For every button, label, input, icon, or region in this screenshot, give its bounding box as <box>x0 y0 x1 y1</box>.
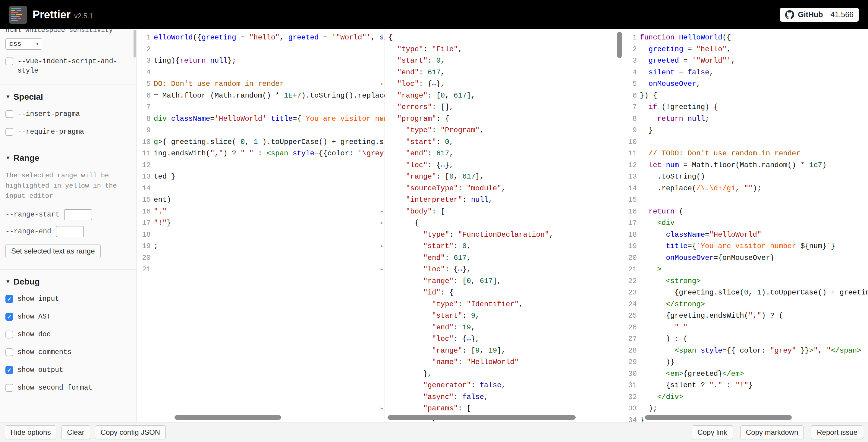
code-line: = Math.floor (Math.random() * 1E+7).toSt… <box>154 90 384 102</box>
checked-checkbox[interactable]: ✓ <box>5 295 13 303</box>
sidebar-scrollbar[interactable] <box>133 30 136 58</box>
option-show-ast[interactable]: ✓show AST <box>5 312 131 321</box>
section-special-heading[interactable]: ▼ Special <box>5 92 131 102</box>
code-line: elloWorld({greeting = "hello", greeted =… <box>154 32 384 44</box>
github-divider <box>827 10 827 19</box>
report-issue-button[interactable]: Report issue <box>811 426 863 439</box>
output-line-number-gutter: 1234567891011121314151617181920212223242… <box>623 29 637 422</box>
output-editor-pane: 1234567891011121314151617181920212223242… <box>623 29 868 422</box>
code-line: "end": 617, <box>389 252 623 264</box>
clear-button[interactable]: Clear <box>61 426 90 439</box>
ast-horizontal-scrollbar[interactable] <box>388 415 576 420</box>
line-number: 13 <box>137 171 151 183</box>
line-overflow-marker-icon: ▸ <box>381 139 383 144</box>
option-show-comments[interactable]: show comments <box>5 348 131 357</box>
input-editor[interactable]: elloWorld({greeting = "hello", greeted =… <box>154 29 384 422</box>
line-number: 7 <box>623 101 637 113</box>
code-line: "end": 19, <box>389 322 623 334</box>
copy-link-button[interactable]: Copy link <box>692 426 733 439</box>
line-number: 34 <box>623 415 637 422</box>
section-debug-heading[interactable]: ▼ Debug <box>5 277 131 286</box>
code-line: "end": 617, <box>389 148 623 160</box>
code-line: "range": [9, 19], <box>389 345 623 357</box>
line-overflow-marker-icon: ▸ <box>381 209 383 214</box>
code-line <box>640 194 868 206</box>
line-number: 5 <box>137 78 151 90</box>
code-line: "loc": {↔}, <box>389 333 623 345</box>
line-number: 6 <box>623 90 637 102</box>
code-line: return null; <box>640 113 868 125</box>
unchecked-checkbox[interactable] <box>5 110 13 118</box>
copy-config-json-button[interactable]: Copy config JSON <box>95 426 166 439</box>
output-viewer[interactable]: function HelloWorld({ greeting = "hello"… <box>640 29 868 422</box>
code-line: {greeting.endsWith(",") ? ( <box>640 310 868 322</box>
range-end-input[interactable] <box>56 226 84 237</box>
line-number: 26 <box>623 322 637 334</box>
checked-checkbox[interactable]: ✓ <box>5 366 13 374</box>
ast-vertical-scrollbar[interactable] <box>617 32 622 58</box>
code-line: "range": [0, 617], <box>389 275 623 287</box>
code-line: title={`You are visitor number ${num}`} <box>640 241 868 252</box>
code-line: "end": 617, <box>389 67 623 78</box>
code-line <box>154 252 384 264</box>
code-line: } <box>640 125 868 136</box>
github-star-count: 41,566 <box>831 10 854 19</box>
css-select-value: css <box>9 40 22 48</box>
unchecked-checkbox[interactable] <box>5 128 13 136</box>
line-number: 15 <box>137 194 151 206</box>
unchecked-checkbox[interactable] <box>5 384 13 392</box>
code-line: .toString() <box>640 171 868 183</box>
code-line: onMouseOver, <box>640 78 868 90</box>
copy-markdown-button[interactable]: Copy markdown <box>740 426 804 439</box>
range-start-input[interactable] <box>64 209 92 220</box>
option-insert-pragma[interactable]: --insert-pragma <box>5 110 131 119</box>
option-vue-indent-script-and-style[interactable]: --vue-indent-script-and-style <box>5 57 131 75</box>
unchecked-checkbox[interactable] <box>5 58 13 65</box>
code-line: </strong> <box>640 299 868 310</box>
option-show-second-format[interactable]: show second format <box>5 383 131 393</box>
output-horizontal-scrollbar[interactable] <box>645 415 792 420</box>
set-range-button[interactable]: Set selected text as range <box>5 244 101 258</box>
code-line: ent) <box>154 194 384 206</box>
unchecked-checkbox[interactable] <box>5 348 13 356</box>
code-line: "start": 9, <box>389 310 623 322</box>
github-star-button[interactable]: GitHub 41,566 <box>780 8 859 22</box>
line-number: 13 <box>623 171 637 183</box>
code-line: function HelloWorld({ <box>640 32 868 44</box>
line-number: 14 <box>623 183 637 195</box>
line-number: 3 <box>137 55 151 67</box>
option-require-pragma[interactable]: --require-pragma <box>5 127 131 137</box>
line-number: 20 <box>623 252 637 264</box>
bottom-bar: Hide optionsClearCopy config JSON Copy l… <box>0 422 868 442</box>
option-label: --vue-indent-script-and-style <box>18 57 121 75</box>
line-number: 12 <box>137 160 151 171</box>
line-number: 31 <box>623 380 637 392</box>
section-debug: ▼ Debug ✓show input✓show ASTshow docshow… <box>0 270 136 393</box>
ast-viewer[interactable]: { "type": "File", "start": 0, "end": 617… <box>389 29 623 422</box>
css-select[interactable]: css ▾ <box>5 38 42 50</box>
line-number: 9 <box>137 125 151 136</box>
code-line <box>640 136 868 148</box>
code-line: <strong> <box>640 275 868 287</box>
checked-checkbox[interactable]: ✓ <box>5 313 13 321</box>
hide-options-button[interactable]: Hide options <box>5 426 56 439</box>
code-line: { <box>389 32 623 44</box>
line-number: 12 <box>623 160 637 171</box>
option-show-input[interactable]: ✓show input <box>5 295 131 304</box>
option-label: --insert-pragma <box>18 110 80 119</box>
section-special: ▼ Special --insert-pragma--require-pragm… <box>0 84 136 137</box>
option-show-doc[interactable]: show doc <box>5 330 131 339</box>
option-show-output[interactable]: ✓show output <box>5 366 131 375</box>
code-line: "!"} <box>154 217 384 229</box>
unchecked-checkbox[interactable] <box>5 331 13 338</box>
code-line: }) { <box>640 90 868 102</box>
code-line: "start": 0, <box>389 136 623 148</box>
line-number: 11 <box>137 148 151 160</box>
section-range-heading[interactable]: ▼ Range <box>5 153 131 163</box>
input-horizontal-scrollbar[interactable] <box>175 415 281 420</box>
code-line: ); <box>640 403 868 415</box>
line-number: 18 <box>623 229 637 241</box>
code-line <box>154 183 384 195</box>
app-title: Prettier <box>33 8 70 21</box>
line-number: 33 <box>623 403 637 415</box>
